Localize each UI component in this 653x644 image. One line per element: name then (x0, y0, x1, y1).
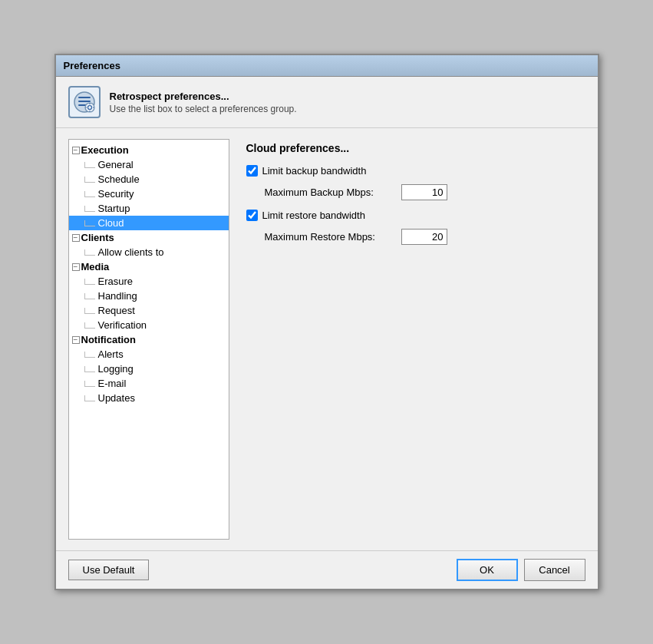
tree-item-clients[interactable]: Clients (69, 230, 229, 245)
cancel-button[interactable]: Cancel (524, 559, 585, 581)
tree-line (84, 279, 95, 285)
content-area: Execution General Schedule Security Star (56, 128, 598, 550)
max-backup-label: Maximum Backup Mbps: (265, 187, 395, 198)
svg-rect-1 (78, 97, 91, 98)
tree-item-updates[interactable]: Updates (69, 391, 229, 405)
tree-item-email[interactable]: E-mail (69, 376, 229, 391)
tree-panel: Execution General Schedule Security Star (68, 139, 229, 540)
bottom-bar: Use Default OK Cancel (56, 550, 598, 589)
limit-backup-checkbox[interactable] (246, 165, 258, 177)
tree-line (84, 220, 95, 226)
tree-item-general[interactable]: General (69, 157, 229, 172)
limit-backup-label: Limit backup bandwidth (262, 165, 367, 177)
tree-item-allow-clients[interactable]: Allow clients to (69, 245, 229, 259)
max-backup-input[interactable] (401, 184, 447, 200)
tree-item-cloud[interactable]: Cloud (69, 216, 229, 230)
expand-notification-icon (72, 336, 80, 344)
tree-line (84, 352, 95, 358)
limit-restore-checkbox[interactable] (246, 210, 258, 221)
header-sub-text: Use the list box to select a preferences… (110, 104, 297, 114)
tree-line (84, 177, 95, 183)
right-panel: Cloud preferences... Limit backup bandwi… (240, 139, 585, 540)
max-backup-row: Maximum Backup Mbps: (246, 184, 579, 200)
tree-item-notification[interactable]: Notification (69, 332, 229, 347)
tree-item-execution[interactable]: Execution (69, 143, 229, 157)
tree-item-handling[interactable]: Handling (69, 289, 229, 303)
expand-execution-icon (72, 147, 80, 154)
dialog-title: Preferences (64, 60, 120, 71)
preferences-dialog: Preferences Retrospect preferences... Us… (54, 54, 599, 590)
preferences-icon (68, 86, 101, 118)
tree-item-startup[interactable]: Startup (69, 201, 229, 216)
tree-line (84, 191, 95, 197)
limit-restore-label: Limit restore bandwidth (262, 210, 365, 221)
max-restore-input[interactable] (401, 229, 447, 245)
ok-cancel-group: OK Cancel (457, 559, 585, 581)
header-section: Retrospect preferences... Use the list b… (56, 77, 598, 128)
expand-media-icon (72, 263, 80, 271)
tree-item-schedule[interactable]: Schedule (69, 172, 229, 187)
cloud-prefs-title: Cloud preferences... (246, 142, 579, 154)
tree-item-security[interactable]: Security (69, 187, 229, 201)
limit-restore-row: Limit restore bandwidth (246, 210, 579, 221)
tree-line (84, 322, 95, 329)
limit-backup-row: Limit backup bandwidth (246, 165, 579, 177)
title-bar: Preferences (56, 55, 598, 77)
tree-item-media[interactable]: Media (69, 259, 229, 274)
svg-rect-2 (78, 101, 91, 102)
tree-line (84, 381, 95, 387)
header-text: Retrospect preferences... Use the list b… (110, 91, 297, 114)
tree-line (84, 206, 95, 212)
tree-item-verification[interactable]: Verification (69, 318, 229, 332)
tree-line (84, 395, 95, 401)
use-default-button[interactable]: Use Default (68, 560, 150, 580)
tree-item-request[interactable]: Request (69, 303, 229, 318)
tree-line (84, 249, 95, 256)
max-restore-label: Maximum Restore Mbps: (265, 231, 395, 243)
tree-line (84, 366, 95, 372)
header-main-text: Retrospect preferences... (110, 91, 297, 102)
tree-item-logging[interactable]: Logging (69, 362, 229, 376)
tree-item-alerts[interactable]: Alerts (69, 347, 229, 362)
ok-button[interactable]: OK (457, 559, 518, 581)
tree-item-erasure[interactable]: Erasure (69, 274, 229, 289)
max-restore-row: Maximum Restore Mbps: (246, 229, 579, 245)
tree-line (84, 162, 95, 168)
tree-line (84, 293, 95, 299)
tree-line (84, 308, 95, 314)
expand-clients-icon (72, 234, 80, 242)
